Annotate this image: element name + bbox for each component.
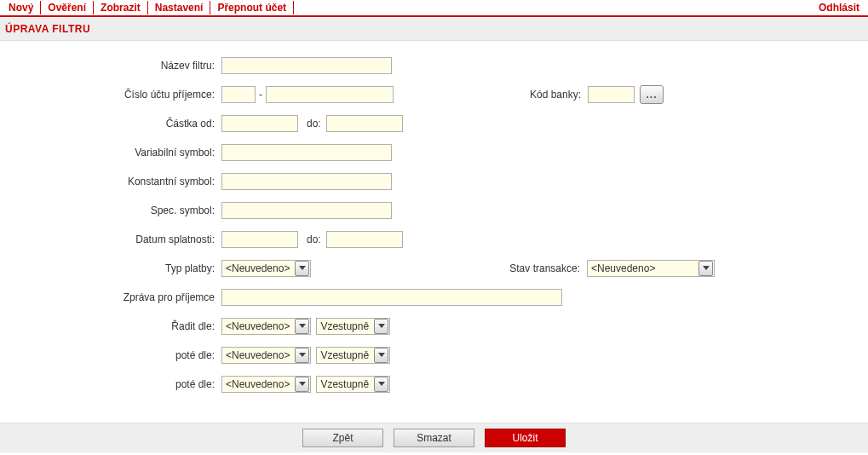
svg-marker-6 — [299, 382, 306, 386]
amount-to-input[interactable] — [326, 115, 403, 132]
due-date-from-input[interactable] — [221, 231, 298, 248]
spec-symbol-input[interactable] — [221, 202, 392, 219]
then-by-1-field-value: <Neuvedeno> — [226, 349, 295, 361]
menu-bar: Nový Ověření Zobrazit Nastavení Přepnout… — [0, 0, 868, 17]
menu-item-new[interactable]: Nový — [2, 1, 41, 14]
filter-name-input[interactable] — [221, 57, 392, 74]
back-button[interactable]: Zpět — [302, 429, 383, 447]
chevron-down-icon — [374, 377, 388, 392]
label-filter-name: Název filtru: — [0, 60, 221, 72]
menu-item-settings[interactable]: Nastavení — [148, 1, 211, 14]
sort-by-field-value: <Neuvedeno> — [226, 320, 295, 332]
label-recipient-account: Číslo účtu příjemce: — [0, 89, 221, 101]
svg-marker-5 — [378, 353, 385, 357]
sort-by-direction-select[interactable]: Vzestupně — [316, 318, 390, 335]
label-transaction-state: Stav transakce: — [442, 262, 587, 274]
payment-type-select[interactable]: <Neuvedeno> — [221, 260, 311, 277]
then-by-2-field-value: <Neuvedeno> — [226, 378, 295, 390]
chevron-down-icon — [295, 319, 309, 334]
chevron-down-icon — [374, 348, 388, 363]
svg-marker-3 — [378, 324, 385, 328]
menu-item-show[interactable]: Zobrazit — [94, 1, 148, 14]
account-separator: - — [259, 89, 262, 101]
label-amount-to: do: — [307, 118, 321, 130]
then-by-2-direction-select[interactable]: Vzestupně — [316, 376, 390, 393]
chevron-down-icon — [295, 261, 309, 276]
menu-item-switch-account[interactable]: Přepnout účet — [210, 1, 294, 14]
sort-by-field-select[interactable]: <Neuvedeno> — [221, 318, 311, 335]
section-header: ÚPRAVA FILTRU — [0, 17, 868, 41]
chevron-down-icon — [295, 377, 309, 392]
menu-item-verify[interactable]: Ověření — [41, 1, 94, 14]
label-then-by-1: poté dle: — [0, 349, 221, 361]
label-recipient-message: Zpráva pro příjemce — [0, 291, 221, 303]
label-spec-symbol: Spec. symbol: — [0, 204, 221, 216]
button-bar: Zpět Smazat Uložit — [0, 423, 868, 452]
due-date-to-input[interactable] — [326, 231, 403, 248]
chevron-down-icon — [698, 261, 713, 276]
label-var-symbol: Variabilní symbol: — [0, 147, 221, 158]
payment-type-value: <Neuvedeno> — [226, 262, 295, 274]
label-const-symbol: Konstantní symbol: — [0, 176, 221, 187]
account-prefix-input[interactable] — [221, 86, 256, 103]
then-by-2-field-select[interactable]: <Neuvedeno> — [221, 376, 311, 393]
logout-link[interactable]: Odhlásit — [812, 2, 866, 14]
var-symbol-input[interactable] — [221, 144, 392, 161]
account-number-input[interactable] — [266, 86, 394, 103]
label-due-date-to: do: — [307, 233, 321, 245]
svg-marker-0 — [299, 266, 306, 270]
then-by-1-field-select[interactable]: <Neuvedeno> — [221, 347, 311, 364]
svg-marker-1 — [703, 266, 710, 270]
bank-code-input[interactable] — [588, 86, 635, 103]
svg-marker-2 — [299, 324, 306, 328]
transaction-state-value: <Neuvedeno> — [591, 262, 660, 274]
save-button[interactable]: Uložit — [485, 429, 566, 447]
label-sort-by: Řadit dle: — [0, 320, 221, 332]
filter-form: Název filtru: Číslo účtu příjemce: - Kód… — [0, 41, 868, 397]
sort-by-direction-value: Vzestupně — [320, 320, 374, 332]
then-by-1-direction-select[interactable]: Vzestupně — [316, 347, 390, 364]
svg-marker-4 — [299, 353, 306, 357]
then-by-1-direction-value: Vzestupně — [320, 349, 374, 361]
amount-from-input[interactable] — [221, 115, 298, 132]
svg-marker-7 — [378, 382, 385, 386]
recipient-message-input[interactable] — [221, 289, 562, 306]
chevron-down-icon — [295, 348, 309, 363]
label-then-by-2: poté dle: — [0, 378, 221, 390]
page-title: ÚPRAVA FILTRU — [5, 23, 90, 35]
then-by-2-direction-value: Vzestupně — [320, 378, 374, 390]
clear-button[interactable]: Smazat — [394, 429, 474, 447]
label-payment-type: Typ platby: — [0, 262, 221, 274]
chevron-down-icon — [374, 319, 388, 334]
label-due-date: Datum splatnosti: — [0, 233, 221, 245]
transaction-state-select[interactable]: <Neuvedeno> — [587, 260, 715, 277]
bank-code-lookup-button[interactable]: ... — [640, 85, 664, 104]
const-symbol-input[interactable] — [221, 173, 392, 190]
label-bank-code: Kód banky: — [443, 89, 588, 101]
label-amount-from: Částka od: — [0, 118, 221, 130]
